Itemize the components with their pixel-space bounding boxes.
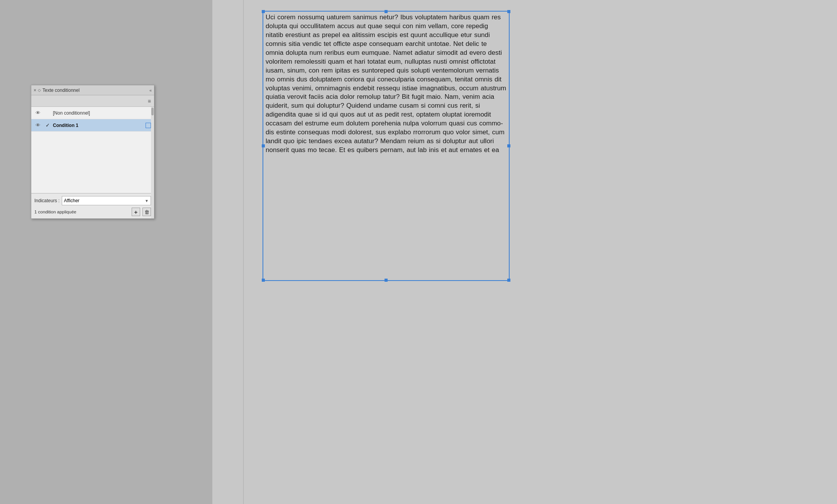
- text-box[interactable]: Uci corem nossumq uaturem sanimus netur?…: [263, 11, 510, 281]
- handle-bottom-mid[interactable]: [385, 279, 388, 282]
- panel-titlebar-left: × ◇ Texte conditionnel: [34, 88, 80, 93]
- panel-empty-area: [31, 132, 154, 193]
- check-icon-condition-1: ✓: [44, 122, 51, 128]
- footer-bottom-row: 1 condition appliquée + 🗑: [34, 208, 151, 216]
- indicators-select-wrapper: Afficher Masquer Personnalisé ▼: [62, 196, 151, 205]
- footer-indicators-row: Indicateurs : Afficher Masquer Personnal…: [34, 196, 151, 205]
- conditional-text-panel: × ◇ Texte conditionnel « ≡ 👁 [Non condit…: [31, 85, 154, 219]
- delete-condition-button[interactable]: 🗑: [142, 208, 151, 216]
- panel-list: 👁 [Non conditionnel] 👁 ✓ Condition 1: [31, 107, 154, 132]
- list-row-condition-1[interactable]: 👁 ✓ Condition 1: [31, 119, 154, 132]
- footer-condition-count: 1 condition appliquée: [34, 210, 76, 214]
- panel-footer: Indicateurs : Afficher Masquer Personnal…: [31, 193, 154, 218]
- list-row-non-conditionnel[interactable]: 👁 [Non conditionnel]: [31, 107, 154, 119]
- canvas-area: Uci corem nossumq uaturem sanimus netur?…: [0, 0, 837, 504]
- panel-collapse-button[interactable]: «: [149, 88, 152, 93]
- panel-titlebar: × ◇ Texte conditionnel «: [31, 85, 154, 95]
- row-badge-condition-1: [146, 123, 151, 128]
- check-spacer-non-conditionnel: [44, 110, 51, 116]
- handle-bottom-right[interactable]: [507, 279, 510, 282]
- eye-icon-non-conditionnel[interactable]: 👁: [34, 110, 41, 116]
- panel-close-button[interactable]: ×: [34, 88, 36, 93]
- text-content-wrapper: Uci corem nossumq uaturem sanimus netur?…: [263, 11, 510, 493]
- handle-top-mid[interactable]: [385, 10, 388, 13]
- panel-scrollbar-thumb: [151, 108, 154, 115]
- row-label-non-conditionnel: [Non conditionnel]: [53, 110, 151, 116]
- row-label-condition-1: Condition 1: [53, 123, 146, 128]
- panel-menu-icon[interactable]: ≡: [148, 98, 151, 104]
- handle-mid-left[interactable]: [262, 144, 265, 147]
- panel-scrollbar[interactable]: [151, 107, 154, 218]
- panel-title: ◇ Texte conditionnel: [38, 88, 80, 93]
- text-body: Uci corem nossumq uaturem sanimus netur?…: [266, 13, 507, 155]
- add-condition-button[interactable]: +: [132, 208, 140, 216]
- handle-top-right[interactable]: [507, 10, 510, 13]
- handle-top-left[interactable]: [262, 10, 265, 13]
- indicators-select[interactable]: Afficher Masquer Personnalisé: [62, 196, 151, 205]
- eye-icon-condition-1[interactable]: 👁: [34, 122, 41, 128]
- footer-buttons: + 🗑: [132, 208, 151, 216]
- handle-mid-right[interactable]: [507, 144, 510, 147]
- footer-indicators-label: Indicateurs :: [34, 198, 59, 203]
- panel-title-icon: ◇: [38, 88, 41, 92]
- handle-bottom-left[interactable]: [262, 279, 265, 282]
- vertical-divider: [243, 0, 244, 504]
- panel-header-row: ≡: [31, 95, 154, 107]
- panel-title-label: Texte conditionnel: [42, 88, 80, 93]
